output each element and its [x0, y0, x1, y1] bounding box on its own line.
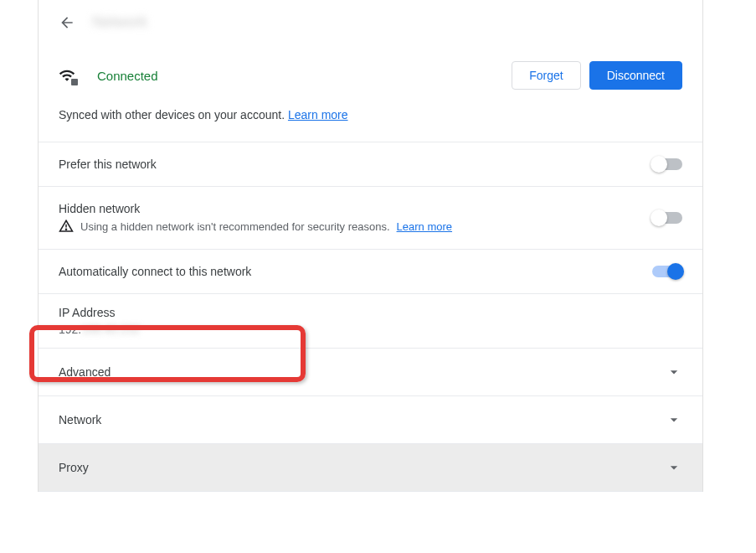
hidden-network-warning: Using a hidden network isn't recommended…	[80, 220, 390, 233]
prefer-network-toggle[interactable]	[652, 158, 682, 170]
network-label: Network	[59, 413, 666, 426]
ip-address-section: IP Address 192.168.40.232	[39, 294, 702, 349]
network-row[interactable]: Network	[39, 396, 702, 444]
prefer-network-row: Prefer this network	[39, 142, 702, 187]
ip-address-label: IP Address	[59, 306, 682, 319]
hidden-learn-more-link[interactable]: Learn more	[397, 220, 452, 233]
sync-info: Synced with other devices on your accoun…	[39, 100, 702, 142]
sync-learn-more-link[interactable]: Learn more	[288, 108, 348, 121]
status-row: Connected Forget Disconnect	[39, 38, 702, 100]
forget-button[interactable]: Forget	[512, 61, 580, 90]
network-settings-panel: Network Connected Forget Disconnect Sync…	[38, 0, 703, 492]
hidden-network-row: Hidden network Using a hidden network is…	[39, 187, 702, 250]
svg-point-1	[65, 229, 66, 230]
auto-connect-row: Automatically connect to this network	[39, 250, 702, 294]
disconnect-button[interactable]: Disconnect	[589, 61, 682, 90]
proxy-label: Proxy	[59, 461, 666, 474]
proxy-row[interactable]: Proxy	[39, 444, 702, 492]
ip-address-value: 192.168.40.232	[59, 323, 682, 336]
warning-triangle-icon	[59, 219, 74, 234]
chevron-down-icon	[666, 411, 682, 428]
auto-connect-label: Automatically connect to this network	[59, 265, 652, 278]
connection-status: Connected	[97, 69, 503, 83]
chevron-down-icon	[666, 364, 682, 380]
back-arrow-icon[interactable]	[59, 14, 75, 31]
advanced-row[interactable]: Advanced	[39, 349, 702, 396]
header-row: Network	[39, 0, 702, 38]
auto-connect-toggle[interactable]	[652, 266, 682, 277]
network-name: Network	[92, 13, 147, 31]
prefer-network-label: Prefer this network	[59, 158, 652, 171]
hidden-network-label: Hidden network	[59, 202, 652, 215]
sync-text: Synced with other devices on your accoun…	[59, 108, 288, 121]
chevron-down-icon	[666, 459, 682, 476]
advanced-label: Advanced	[59, 365, 666, 379]
lock-badge-icon	[71, 79, 78, 85]
wifi-secure-icon	[59, 67, 75, 84]
hidden-network-toggle[interactable]	[652, 212, 682, 224]
